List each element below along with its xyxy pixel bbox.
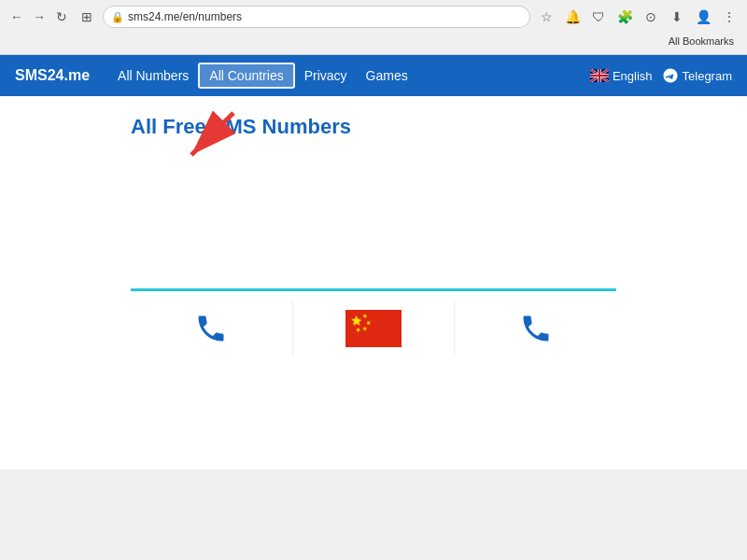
nav-privacy[interactable]: Privacy [295, 64, 357, 87]
flag-uk-icon [590, 69, 609, 82]
site-nav-right: English Telegram [590, 67, 732, 84]
browser-top-row: ← → ↻ ⊞ 🔒 sms24.me/en/numbers ☆ 🔔 🛡 🧩 ⊙ … [7, 6, 740, 28]
avatar-icon[interactable]: 👤 [693, 7, 713, 27]
language-label: English [613, 69, 653, 83]
card-china[interactable]: ★ ★ ★ ★ ★ [293, 301, 456, 357]
star-icon[interactable]: ☆ [536, 7, 557, 27]
all-bookmarks-item[interactable]: All Bookmarks [663, 34, 740, 49]
lock-icon: 🔒 [111, 11, 124, 23]
address-bar[interactable]: 🔒 sms24.me/en/numbers [103, 6, 530, 28]
browser-window: ← → ↻ ⊞ 🔒 sms24.me/en/numbers ☆ 🔔 🛡 🧩 ⊙ … [0, 0, 747, 560]
phone-icon-3 [517, 310, 555, 347]
nav-games[interactable]: Games [357, 64, 417, 87]
telegram-button[interactable]: Telegram [662, 67, 732, 84]
bookmarks-label: All Bookmarks [669, 35, 734, 47]
grid-icon[interactable]: ⊞ [77, 7, 97, 27]
url-text: sms24.me/en/numbers [128, 10, 522, 23]
nav-all-countries[interactable]: All Countries [198, 63, 294, 89]
cards-row: ★ ★ ★ ★ ★ [131, 288, 616, 357]
menu-icon[interactable]: ⋮ [719, 7, 740, 27]
phone-icon-1 [192, 310, 230, 347]
browser-toolbar: ← → ↻ ⊞ 🔒 sms24.me/en/numbers ☆ 🔔 🛡 🧩 ⊙ … [0, 0, 747, 55]
nav-all-numbers[interactable]: All Numbers [108, 64, 198, 87]
page-content: All Free SMS Numbers ★ [0, 96, 747, 469]
puzzle-icon[interactable]: 🧩 [614, 7, 635, 27]
telegram-icon [662, 67, 679, 84]
nav-buttons: ← → ↻ [7, 7, 71, 26]
site-logo[interactable]: SMS24.me [15, 67, 90, 84]
site-nav-links: All Numbers All Countries Privacy Games [108, 63, 590, 89]
bookmarks-bar: All Bookmarks [7, 32, 740, 50]
website-content: SMS24.me All Numbers All Countries Priva… [0, 55, 747, 469]
language-button[interactable]: English [590, 69, 653, 83]
page-title: All Free SMS Numbers [131, 115, 616, 139]
reload-button[interactable]: ↻ [52, 7, 71, 26]
telegram-label: Telegram [683, 69, 732, 83]
shield-icon[interactable]: 🛡 [588, 7, 609, 27]
forward-button[interactable]: → [30, 7, 49, 26]
download-circle-icon[interactable]: ⊙ [641, 7, 661, 27]
site-navbar: SMS24.me All Numbers All Countries Priva… [0, 55, 747, 96]
website-wrapper: SMS24.me All Numbers All Countries Priva… [0, 55, 747, 560]
bell-icon[interactable]: 🔔 [562, 7, 583, 27]
china-flag-icon: ★ ★ ★ ★ ★ [345, 310, 402, 347]
card-3[interactable] [455, 301, 616, 357]
card-1[interactable] [131, 301, 293, 357]
back-button[interactable]: ← [7, 7, 26, 26]
download-icon[interactable]: ⬇ [667, 7, 687, 27]
